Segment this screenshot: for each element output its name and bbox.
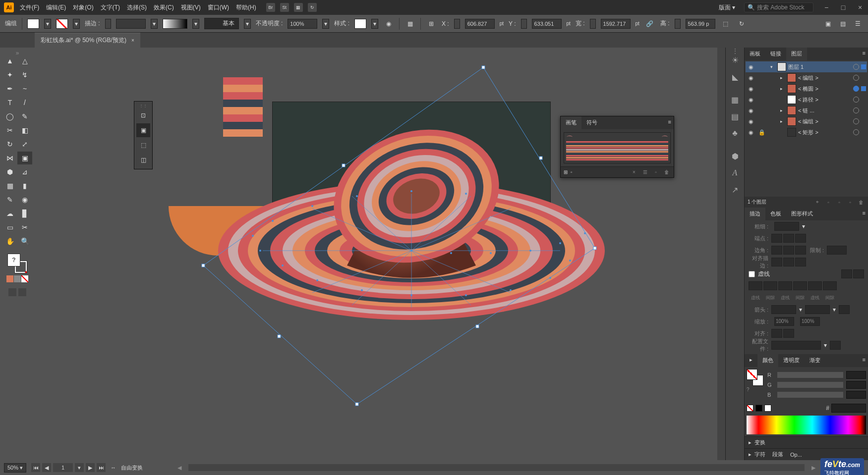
perspective-tool[interactable]: ⊿ — [17, 165, 32, 178]
target-icon[interactable] — [853, 118, 859, 124]
layers-tab[interactable]: 图层 — [786, 48, 807, 60]
sync-icon[interactable]: ↻ — [308, 3, 317, 12]
grid-icon[interactable]: ▤ — [837, 18, 848, 29]
fill-stroke-swatch[interactable]: ? — [6, 253, 28, 274]
transform-accordion[interactable]: ▸变换 — [745, 436, 868, 448]
next-artboard-button[interactable]: ▶ — [86, 463, 95, 472]
brush-name[interactable]: 基本 — [204, 18, 239, 29]
hand-tool[interactable]: ✋ — [2, 235, 17, 248]
layer-name[interactable]: < 链 ... — [798, 107, 851, 114]
layer-name[interactable]: 图层 1 — [788, 63, 851, 71]
layer-row[interactable]: ◉▾图层 1 — [746, 61, 867, 72]
canvas[interactable]: ⋮⋮ ⊡ ▣ ⬚ ◫ 画笔 符号 ≡ ⌒⌒ — [35, 48, 725, 460]
x-input[interactable] — [465, 19, 495, 29]
layer-name[interactable]: < 路径 > — [798, 96, 851, 104]
delete-layer-icon[interactable]: 🗑 — [857, 198, 865, 206]
stroke-swatch[interactable] — [56, 19, 68, 29]
maximize-button[interactable]: □ — [839, 3, 847, 11]
y-input[interactable] — [532, 19, 562, 29]
slice-tool[interactable]: ✂ — [17, 221, 32, 234]
lock-toggle[interactable] — [757, 106, 766, 115]
align-outside[interactable] — [795, 258, 806, 266]
more-icon[interactable]: ☰ — [852, 18, 863, 29]
symbols-tab[interactable]: 符号 — [581, 116, 602, 129]
scale-2[interactable]: 100% — [800, 317, 820, 326]
artboard-dropdown[interactable]: ▾ — [75, 463, 84, 472]
scale-tool[interactable]: ⤢ — [17, 138, 32, 151]
eyedropper-tool[interactable]: ✎ — [2, 193, 17, 206]
dash-mode-2[interactable] — [853, 269, 864, 278]
prev-artboard-button[interactable]: ◀ — [42, 463, 51, 472]
menu-window[interactable]: 窗口(W) — [208, 3, 229, 12]
menu-file[interactable]: 文件(F) — [20, 3, 39, 12]
selection-tool[interactable]: ▲ — [2, 54, 17, 67]
corner-miter[interactable] — [771, 246, 782, 255]
lock-toggle[interactable] — [757, 84, 766, 93]
width-tool[interactable]: ⋈ — [2, 152, 17, 164]
lock-toggle[interactable]: 🔒 — [757, 128, 766, 137]
swatches-tab[interactable]: 色板 — [765, 208, 786, 220]
stock-icon[interactable]: St — [280, 3, 289, 12]
new-layer-icon[interactable]: ▫ — [846, 198, 854, 206]
stroke-menu-icon[interactable]: ≡ — [860, 208, 868, 220]
last-artboard-button[interactable]: ⏭ — [97, 463, 106, 472]
cap-square[interactable] — [795, 234, 806, 243]
minimize-button[interactable]: − — [822, 3, 830, 11]
zoom-tool[interactable]: 🔍 — [17, 235, 32, 248]
color-guide-icon[interactable]: ☀ — [726, 52, 744, 68]
rotate-tool[interactable]: ↻ — [2, 138, 17, 151]
direct-selection-tool[interactable]: △ — [17, 54, 32, 67]
selection-indicator[interactable] — [861, 75, 866, 80]
expand-toggle[interactable]: ▸ — [780, 108, 785, 113]
corner-bevel[interactable] — [795, 246, 806, 255]
arrange-icon[interactable]: ▦ — [294, 3, 303, 12]
target-icon[interactable] — [853, 97, 859, 103]
close-button[interactable]: × — [856, 3, 864, 11]
brush-preview[interactable] — [163, 19, 187, 29]
panel-menu-icon[interactable]: ≡ — [666, 116, 674, 129]
y-spinner[interactable] — [521, 19, 527, 29]
selection-indicator[interactable] — [861, 119, 866, 124]
align-arrow-1[interactable] — [771, 329, 782, 338]
profile-select[interactable] — [771, 341, 821, 350]
layers-menu-icon[interactable]: ≡ — [860, 48, 868, 60]
color-menu-icon[interactable]: ≡ — [860, 354, 868, 367]
stroke-weight-dropdown[interactable]: ▾ — [151, 19, 158, 29]
visibility-toggle[interactable]: ◉ — [747, 62, 755, 71]
r-slider[interactable] — [777, 372, 843, 378]
search-adobe-stock[interactable]: 🔍 搜索 Adobe Stock — [744, 2, 813, 12]
arrow-start[interactable] — [771, 305, 796, 314]
curvature-tool[interactable]: ~ — [17, 82, 32, 95]
scroll-right[interactable]: ▶ — [811, 465, 815, 471]
visibility-toggle[interactable]: ◉ — [747, 95, 755, 104]
menu-help[interactable]: 帮助(H) — [236, 3, 256, 12]
artboards-tab[interactable]: 画板 — [745, 48, 765, 60]
brush-lib-icon[interactable]: ⊞ — [564, 169, 568, 175]
gap-3[interactable] — [823, 281, 837, 290]
stroke-weight-spinner[interactable] — [105, 19, 111, 29]
style-swatch[interactable] — [354, 19, 366, 29]
shear-icon[interactable]: ⬚ — [720, 18, 731, 29]
fill-swatch[interactable] — [27, 19, 39, 29]
target-icon[interactable] — [853, 107, 859, 113]
line-tool[interactable]: / — [17, 96, 32, 109]
h-input[interactable] — [686, 19, 715, 29]
graph-tool[interactable]: ▊ — [17, 207, 32, 220]
recolor-icon[interactable]: ◉ — [383, 18, 394, 29]
transparency-tab[interactable]: 透明度 — [778, 354, 805, 367]
free-distort[interactable]: ◫ — [136, 153, 150, 167]
selection-indicator[interactable] — [861, 86, 866, 91]
blend-tool[interactable]: ◉ — [17, 193, 32, 206]
arrow-end[interactable] — [805, 305, 830, 314]
free-transform-mode[interactable]: ▣ — [136, 123, 150, 137]
weight-input[interactable] — [774, 222, 799, 231]
artboard-tool[interactable]: ▭ — [2, 221, 17, 234]
visibility-toggle[interactable]: ◉ — [747, 106, 755, 115]
target-icon[interactable] — [853, 129, 859, 135]
layer-name[interactable]: < 编组 > — [798, 74, 851, 82]
perspective-distort[interactable]: ⬚ — [136, 138, 150, 152]
x-spinner[interactable] — [454, 19, 460, 29]
brush-lib-icon2[interactable]: ▫ — [571, 169, 573, 175]
export-icon[interactable]: ↗ — [726, 181, 744, 198]
stroke-weight-input[interactable] — [116, 19, 146, 29]
